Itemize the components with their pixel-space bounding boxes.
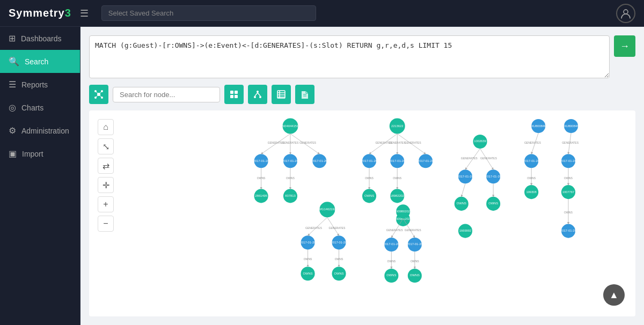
dashboards-icon: ⊞ xyxy=(9,33,16,43)
graph-toolbar xyxy=(80,78,644,110)
svg-text:GENERATES: GENERATES xyxy=(562,141,579,144)
svg-text:2017-01-28: 2017-01-28 xyxy=(389,159,405,162)
svg-text:2861495: 2861495 xyxy=(255,194,267,197)
svg-rect-11 xyxy=(235,91,238,94)
graph-view-button[interactable] xyxy=(89,85,108,104)
import-icon: ▣ xyxy=(9,149,17,159)
sidebar-label-search: Search xyxy=(25,57,48,66)
svg-text:GENERATES: GENERATES xyxy=(282,141,299,144)
svg-line-8 xyxy=(96,94,99,98)
run-query-button[interactable]: → xyxy=(614,35,635,57)
svg-text:1007767: 1007767 xyxy=(562,190,575,194)
hierarchy-view-button[interactable] xyxy=(248,85,267,104)
svg-text:GENERATES: GENERATES xyxy=(524,141,541,144)
svg-text:OWNS: OWNS xyxy=(410,274,420,277)
svg-text:OWNS: OWNS xyxy=(257,176,266,180)
svg-text:OWNS: OWNS xyxy=(387,260,396,263)
topbar: Symmetry3 ☰ Select Saved Search xyxy=(0,0,644,27)
sidebar-item-dashboards[interactable]: ⊞ Dashboards xyxy=(0,27,80,50)
svg-text:WG1462192: WG1462192 xyxy=(319,208,336,211)
svg-point-15 xyxy=(254,96,256,98)
svg-text:837813: 837813 xyxy=(285,194,295,197)
svg-line-17 xyxy=(255,93,258,96)
svg-text:GENERATES: GENERATES xyxy=(480,157,497,160)
svg-rect-13 xyxy=(235,95,238,98)
svg-text:OWNS: OWNS xyxy=(488,202,498,205)
svg-text:OWNS: OWNS xyxy=(527,176,536,180)
search-icon: 🔍 xyxy=(9,56,19,67)
export-button[interactable] xyxy=(295,85,314,104)
svg-text:2213622: 2213622 xyxy=(391,124,404,128)
sidebar-label-charts: Charts xyxy=(21,104,43,112)
svg-line-9 xyxy=(99,94,102,98)
svg-text:2017-01-28: 2017-01-28 xyxy=(560,229,576,232)
svg-line-18 xyxy=(258,93,260,96)
svg-text:OWNS: OWNS xyxy=(335,257,343,261)
charts-icon: ◎ xyxy=(9,102,16,113)
sidebar-item-search[interactable]: 🔍 Search xyxy=(0,50,80,73)
sidebar-label-import: Import xyxy=(22,150,43,158)
scroll-to-top-button[interactable]: ▲ xyxy=(603,284,625,306)
svg-text:OWNS: OWNS xyxy=(334,272,344,275)
svg-text:2017-01-28: 2017-01-28 xyxy=(300,241,316,244)
graph-controls: ⌂ ⤡ ⇄ ✛ + − xyxy=(98,119,114,232)
sidebar-item-charts[interactable]: ◎ Charts xyxy=(0,96,80,119)
sidebar-label-administration: Administration xyxy=(21,127,69,135)
sidebar-label-dashboards: Dashboards xyxy=(21,34,62,43)
svg-text:1002639: 1002639 xyxy=(474,139,486,143)
zoom-in-button[interactable]: + xyxy=(98,196,114,212)
sidebar-item-administration[interactable]: ⚙ Administration xyxy=(0,119,80,142)
sidebar-item-import[interactable]: ▣ Import xyxy=(0,142,80,165)
zoom-out-button[interactable]: − xyxy=(98,216,114,232)
svg-text:OWNS: OWNS xyxy=(564,211,573,214)
node-search-input[interactable] xyxy=(113,87,220,102)
svg-text:OWNS: OWNS xyxy=(364,194,374,197)
svg-rect-10 xyxy=(230,91,233,94)
svg-text:SD4044151: SD4044151 xyxy=(282,124,299,128)
svg-text:OWNS: OWNS xyxy=(457,202,466,205)
svg-text:2017-01-28: 2017-01-28 xyxy=(560,159,576,162)
svg-text:2017-01-28: 2017-01-28 xyxy=(485,175,501,178)
logo-number: 3 xyxy=(65,7,71,19)
svg-text:HXU8008486: HXU8008486 xyxy=(562,124,581,128)
content-area: MATCH (g:Guest)-[r:OWNS]->(e:Event)<-[d:… xyxy=(80,27,644,325)
svg-text:GENERATES: GENERATES xyxy=(328,226,345,230)
svg-text:2017-01-28: 2017-01-28 xyxy=(523,159,539,162)
reports-icon: ☰ xyxy=(9,79,16,90)
home-control-button[interactable]: ⌂ xyxy=(98,119,114,135)
table-view-button[interactable] xyxy=(272,85,291,104)
svg-text:2017-01-28: 2017-01-28 xyxy=(384,242,400,246)
pan-control-button[interactable]: ✛ xyxy=(98,177,114,193)
svg-text:1669992: 1669992 xyxy=(459,229,472,232)
svg-point-0 xyxy=(624,10,628,14)
svg-text:OWNS: OWNS xyxy=(393,176,401,180)
svg-line-86 xyxy=(462,183,465,197)
user-avatar[interactable] xyxy=(616,4,635,23)
shuffle-control-button[interactable]: ⇄ xyxy=(98,158,114,174)
svg-text:2017-01-28: 2017-01-28 xyxy=(253,159,269,162)
sidebar-item-reports[interactable]: ☰ Reports xyxy=(0,73,80,96)
svg-text:2017-01-28: 2017-01-28 xyxy=(331,241,347,244)
svg-text:HXU8008497: HXU8008497 xyxy=(529,124,548,128)
logo-text: Symmetry xyxy=(9,7,65,19)
svg-text:18982202: 18982202 xyxy=(390,194,404,197)
svg-text:OWNS: OWNS xyxy=(564,176,573,180)
menu-icon[interactable]: ☰ xyxy=(80,8,89,19)
svg-text:2017-01-28: 2017-01-28 xyxy=(282,159,298,162)
query-area: MATCH (g:Guest)-[r:OWNS]->(e:Event)<-[d:… xyxy=(80,27,644,78)
admin-icon: ⚙ xyxy=(9,125,16,136)
saved-search-select[interactable]: Select Saved Search xyxy=(101,5,316,21)
svg-text:GENERATES: GENERATES xyxy=(405,141,421,144)
main-layout: ⊞ Dashboards 🔍 Search ☰ Reports ◎ Charts… xyxy=(0,27,644,325)
svg-rect-12 xyxy=(230,95,233,98)
query-input[interactable]: MATCH (g:Guest)-[r:OWNS]->(e:Event)<-[d:… xyxy=(89,35,610,78)
graph-canvas: ⌂ ⤡ ⇄ ✛ + − SD4044151 2 xyxy=(89,110,635,316)
expand-control-button[interactable]: ⤡ xyxy=(98,138,114,154)
svg-text:OWNS: OWNS xyxy=(286,176,295,180)
svg-text:GENERATES: GENERATES xyxy=(299,141,316,144)
svg-text:OWNS: OWNS xyxy=(386,274,396,277)
import-view-button[interactable] xyxy=(224,85,244,104)
svg-text:OWNS: OWNS xyxy=(304,257,312,261)
svg-text:GENERATES: GENERATES xyxy=(389,141,406,144)
svg-text:2017-01-28: 2017-01-28 xyxy=(418,159,434,162)
